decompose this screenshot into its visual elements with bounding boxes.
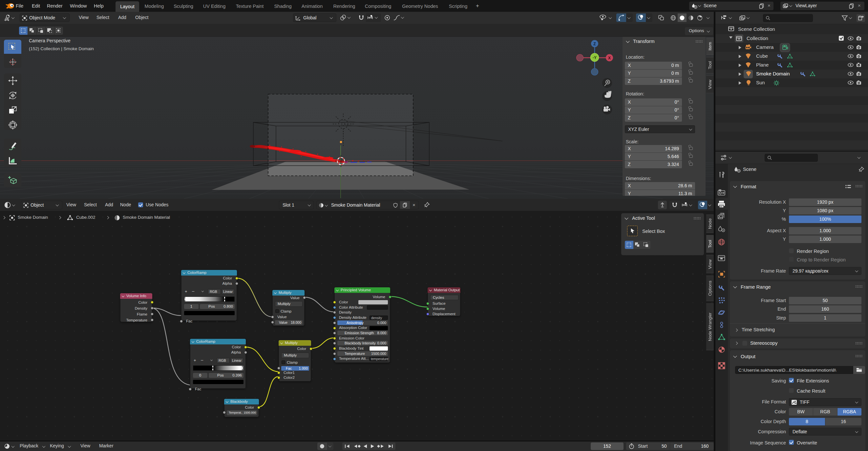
svg-text:Camera: Camera [756, 44, 774, 50]
svg-text:Scene Collection: Scene Collection [738, 26, 775, 32]
svg-text:-Y: -Y [593, 56, 597, 60]
svg-text:Cube: Cube [756, 53, 768, 59]
svg-text:Collection: Collection [747, 35, 768, 41]
svg-text:Smoke Domain: Smoke Domain [756, 71, 790, 76]
svg-text:Z: Z [593, 42, 596, 46]
svg-text:Sun: Sun [756, 80, 765, 85]
svg-text:Plane: Plane [756, 62, 769, 68]
svg-text:X: X [608, 56, 611, 60]
